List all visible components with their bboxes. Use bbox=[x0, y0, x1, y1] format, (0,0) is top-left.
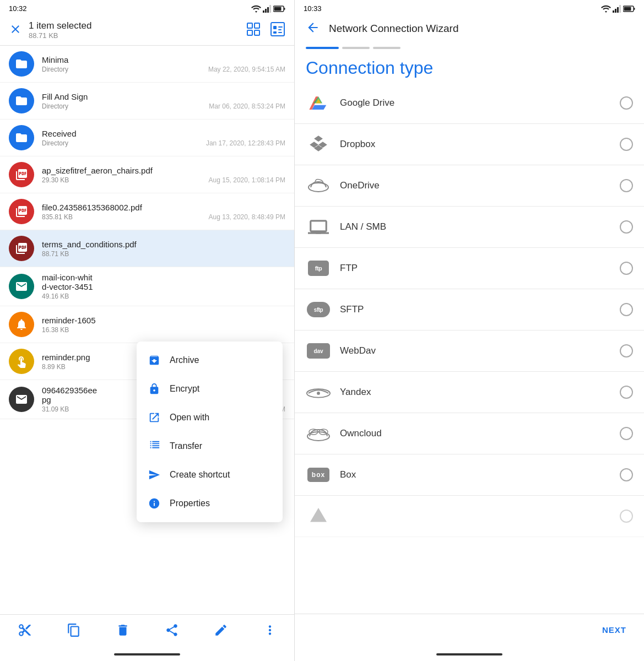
connection-item-owncloud[interactable]: Owncloud bbox=[295, 413, 644, 454]
wizard-step-1 bbox=[306, 47, 339, 49]
file-info: Fill And Sign Directory Mar 06, 2020, 8:… bbox=[42, 92, 285, 110]
ftp-radio[interactable] bbox=[620, 262, 633, 275]
lan-label: LAN / SMB bbox=[340, 221, 611, 232]
box-radio[interactable] bbox=[620, 468, 633, 481]
lan-radio[interactable] bbox=[620, 220, 633, 234]
copy-button[interactable] bbox=[65, 621, 83, 639]
context-menu-shortcut[interactable]: Create shortcut bbox=[137, 460, 283, 489]
connection-item-onedrive[interactable]: OneDrive bbox=[295, 165, 644, 207]
share-button[interactable] bbox=[163, 621, 181, 639]
selected-count-label: 1 item selected bbox=[29, 20, 239, 31]
open-with-label: Open with bbox=[170, 413, 209, 422]
context-menu-open-with[interactable]: Open with bbox=[137, 403, 283, 432]
webdav-radio[interactable] bbox=[620, 344, 633, 357]
onedrive-icon bbox=[306, 173, 331, 198]
connection-item-box[interactable]: box Box bbox=[295, 454, 644, 496]
svg-rect-7 bbox=[247, 23, 252, 28]
webdav-icon: dav bbox=[306, 338, 331, 364]
cut-button[interactable] bbox=[16, 621, 34, 639]
ftp-label: FTP bbox=[340, 263, 611, 274]
back-button[interactable] bbox=[306, 20, 320, 37]
transfer-label: Transfer bbox=[170, 441, 202, 451]
connection-item-lan[interactable]: LAN / SMB bbox=[295, 207, 644, 248]
svg-rect-16 bbox=[278, 32, 282, 33]
home-bar-right bbox=[436, 653, 502, 655]
home-bar bbox=[114, 653, 180, 655]
lan-icon bbox=[306, 214, 331, 240]
wizard-step-3 bbox=[373, 47, 401, 49]
owncloud-radio[interactable] bbox=[620, 427, 633, 440]
context-menu: Archive Encrypt Open with bbox=[137, 342, 283, 522]
connection-item-sftp[interactable]: sftp SFTP bbox=[295, 289, 644, 330]
svg-rect-17 bbox=[613, 10, 614, 13]
dropbox-label: Dropbox bbox=[340, 139, 611, 150]
edit-button[interactable] bbox=[212, 621, 230, 639]
file-item[interactable]: Received Directory Jan 17, 2020, 12:28:4… bbox=[0, 120, 294, 156]
header-left: 1 item selected 88.71 KB bbox=[0, 15, 294, 46]
dropbox-radio[interactable] bbox=[620, 138, 633, 151]
next-button[interactable]: NEXT bbox=[596, 621, 633, 639]
svg-rect-2 bbox=[267, 7, 269, 13]
file-item[interactable]: Minima Directory May 22, 2020, 9:54:15 A… bbox=[0, 46, 294, 83]
signal-icon bbox=[263, 5, 272, 13]
time-right: 10:33 bbox=[304, 4, 322, 13]
connection-item-partial[interactable] bbox=[295, 496, 644, 537]
box-icon: box bbox=[306, 462, 331, 487]
svg-rect-8 bbox=[255, 23, 259, 28]
delete-button[interactable] bbox=[114, 621, 132, 639]
page-title: Network Connection Wizard bbox=[329, 23, 458, 35]
battery-icon-right bbox=[623, 6, 635, 12]
ftp-icon: ftp bbox=[306, 256, 331, 281]
svg-rect-14 bbox=[278, 26, 283, 28]
context-menu-properties[interactable]: Properties bbox=[137, 489, 283, 518]
status-icons-left bbox=[251, 5, 285, 13]
header-title-group: 1 item selected 88.71 KB bbox=[29, 20, 239, 40]
connection-item-webdav[interactable]: dav WebDav bbox=[295, 330, 644, 372]
connection-item-ftp[interactable]: ftp FTP bbox=[295, 248, 644, 289]
close-button[interactable] bbox=[9, 23, 22, 38]
file-item[interactable]: ap_sizefitref_aeron_chairs.pdf 29.30 KB … bbox=[0, 156, 294, 193]
svg-rect-3 bbox=[269, 5, 271, 13]
grid-select-icon[interactable] bbox=[246, 21, 261, 39]
svg-rect-18 bbox=[615, 9, 616, 13]
pdf-icon bbox=[9, 199, 34, 224]
archive-icon bbox=[148, 354, 161, 367]
file-info: Minima Directory May 22, 2020, 9:54:15 A… bbox=[42, 55, 285, 73]
connection-item-dropbox[interactable]: Dropbox bbox=[295, 124, 644, 165]
context-menu-archive[interactable]: Archive bbox=[137, 346, 283, 375]
onedrive-radio[interactable] bbox=[620, 179, 633, 192]
box-label: Box bbox=[340, 469, 611, 480]
folder-icon bbox=[9, 88, 34, 113]
svg-rect-0 bbox=[263, 10, 264, 13]
gdrive-radio[interactable] bbox=[620, 96, 633, 110]
file-info: mail-icon-whitd-vector-3451 49.16 KB bbox=[42, 273, 285, 300]
connection-item-gdrive[interactable]: Google Drive bbox=[295, 83, 644, 124]
file-info: reminder-1605 16.38 KB bbox=[42, 316, 285, 334]
context-menu-encrypt[interactable]: Encrypt bbox=[137, 375, 283, 403]
partial-radio[interactable] bbox=[620, 510, 633, 523]
more-button[interactable] bbox=[261, 621, 279, 639]
file-item[interactable]: file0.243586135368002.pdf 835.81 KB Aug … bbox=[0, 193, 294, 230]
file-item-selected[interactable]: terms_and_conditions.pdf 88.71 KB bbox=[0, 230, 294, 267]
file-item[interactable]: Fill And Sign Directory Mar 06, 2020, 8:… bbox=[0, 83, 294, 120]
status-bar-right: 10:33 bbox=[295, 0, 644, 15]
sftp-label: SFTP bbox=[340, 304, 611, 315]
header-right: Network Connection Wizard bbox=[295, 15, 644, 42]
partial-icon bbox=[306, 503, 331, 529]
file-info: ap_sizefitref_aeron_chairs.pdf 29.30 KB … bbox=[42, 166, 285, 184]
pdf-icon bbox=[9, 162, 34, 187]
sftp-radio[interactable] bbox=[620, 303, 633, 316]
open-with-icon bbox=[148, 411, 161, 424]
home-indicator bbox=[0, 648, 294, 661]
yandex-radio[interactable] bbox=[620, 386, 633, 399]
bottom-bar-right: NEXT bbox=[295, 614, 644, 648]
file-item[interactable]: reminder-1605 16.38 KB bbox=[0, 306, 294, 343]
header-right-icons bbox=[246, 21, 285, 39]
file-item[interactable]: mail-icon-whitd-vector-3451 49.16 KB bbox=[0, 267, 294, 306]
list-select-icon[interactable] bbox=[270, 21, 285, 39]
context-menu-transfer[interactable]: Transfer bbox=[137, 432, 283, 460]
bottom-toolbar bbox=[0, 614, 294, 648]
svg-rect-1 bbox=[265, 9, 267, 13]
info-icon bbox=[148, 497, 161, 510]
connection-item-yandex[interactable]: Yandex bbox=[295, 372, 644, 413]
